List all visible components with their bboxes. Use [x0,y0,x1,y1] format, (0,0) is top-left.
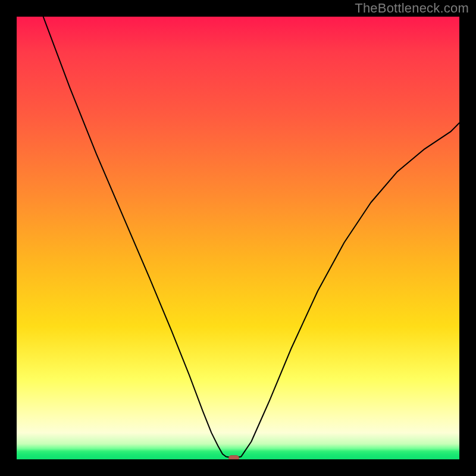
bottleneck-curve [43,17,459,458]
curve-layer [17,17,459,459]
chart-frame: TheBottleneck.com [0,0,476,476]
min-marker [228,455,239,459]
watermark-text: TheBottleneck.com [355,1,469,16]
plot-area [17,17,459,459]
